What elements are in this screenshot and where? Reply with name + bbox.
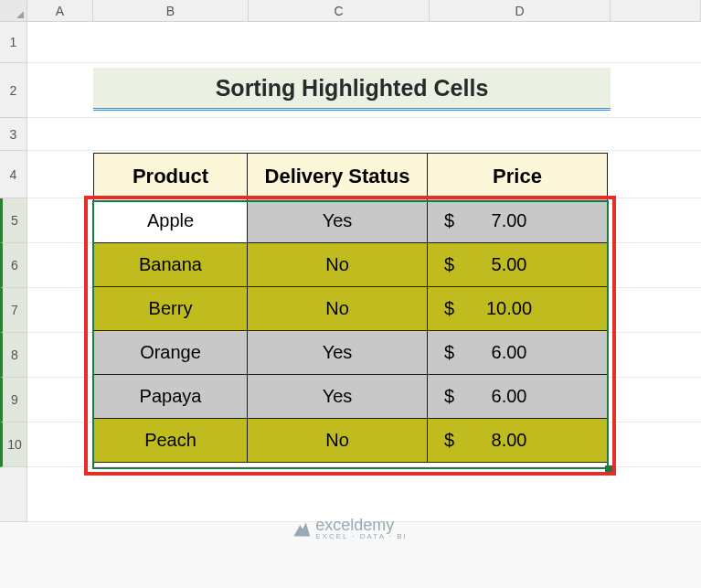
column-header-a[interactable]: A [27, 0, 93, 21]
column-header-row: A B C D [0, 0, 701, 22]
cell-delivery[interactable]: Yes [248, 199, 428, 243]
table-row: Peach No $8.00 [94, 419, 608, 463]
header-price[interactable]: Price [428, 154, 608, 199]
row-header-7[interactable]: 7 [0, 288, 27, 333]
cell-delivery[interactable]: No [248, 419, 428, 463]
cell-product[interactable]: Papaya [94, 375, 248, 419]
header-delivery[interactable]: Delivery Status [248, 154, 428, 199]
row-header-4[interactable]: 4 [0, 151, 27, 198]
watermark-tagline: EXCEL · DATA · BI [315, 532, 408, 540]
row-header-blank [0, 467, 27, 522]
cell-price[interactable]: $10.00 [428, 287, 608, 331]
column-header-b[interactable]: B [93, 0, 249, 21]
cell-product[interactable]: Apple [94, 199, 248, 243]
chart-icon [293, 520, 310, 537]
row-header-2[interactable]: 2 [0, 63, 27, 118]
cell-delivery[interactable]: Yes [248, 331, 428, 375]
cell-delivery[interactable]: Yes [248, 375, 428, 419]
row-header-10[interactable]: 10 [0, 422, 27, 467]
data-table: Product Delivery Status Price Apple Yes … [93, 153, 608, 463]
select-all-corner[interactable] [0, 0, 27, 21]
spreadsheet: A B C D 1 2 3 4 5 6 7 8 9 10 Sorting Hig… [0, 0, 701, 588]
cell-price[interactable]: $6.00 [428, 331, 608, 375]
row-header-9[interactable]: 9 [0, 378, 27, 422]
cell-delivery[interactable]: No [248, 243, 428, 287]
column-header-blank [611, 0, 701, 21]
table-row: Apple Yes $7.00 [94, 199, 608, 243]
row-header-1[interactable]: 1 [0, 22, 27, 63]
table-row: Orange Yes $6.00 [94, 331, 608, 375]
watermark: exceldemy EXCEL · DATA · BI [293, 516, 408, 540]
column-header-c[interactable]: C [249, 0, 430, 21]
column-header-d[interactable]: D [430, 0, 611, 21]
cell-price[interactable]: $5.00 [428, 243, 608, 287]
cell-price[interactable]: $6.00 [428, 375, 608, 419]
selection-handle[interactable] [605, 465, 612, 473]
row-header-5[interactable]: 5 [0, 198, 27, 243]
cell-product[interactable]: Banana [94, 243, 248, 287]
watermark-brand: exceldemy [315, 516, 394, 534]
page-title: Sorting Highlighted Cells [93, 68, 611, 111]
table-row: Banana No $5.00 [94, 243, 608, 287]
header-product[interactable]: Product [94, 154, 248, 199]
cell-product[interactable]: Orange [94, 331, 248, 375]
cell-product[interactable]: Peach [94, 419, 248, 463]
cell-price[interactable]: $8.00 [428, 419, 608, 463]
table-row: Berry No $10.00 [94, 287, 608, 331]
cell-delivery[interactable]: No [248, 287, 428, 331]
row-header-6[interactable]: 6 [0, 243, 27, 288]
cell-product[interactable]: Berry [94, 287, 248, 331]
row-header-3[interactable]: 3 [0, 118, 27, 151]
header-row: Product Delivery Status Price [94, 154, 608, 199]
row-header-8[interactable]: 8 [0, 333, 27, 378]
cell-price[interactable]: $7.00 [428, 199, 608, 243]
table-row: Papaya Yes $6.00 [94, 375, 608, 419]
